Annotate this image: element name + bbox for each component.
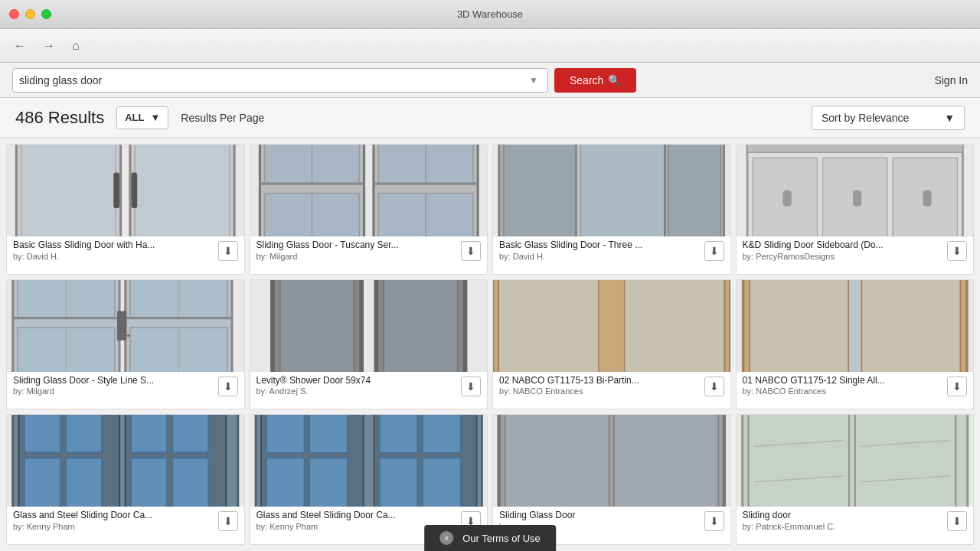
home-button[interactable]: ⌂	[67, 36, 84, 56]
svg-rect-21	[581, 145, 666, 236]
svg-rect-67	[66, 415, 101, 452]
download-button[interactable]: ⬇	[704, 241, 724, 261]
grid-item-title: 02 NABCO GT1175-13 Bi-Partin...	[499, 375, 683, 387]
download-button[interactable]: ⬇	[947, 511, 967, 531]
svg-rect-62	[848, 280, 861, 372]
grid-item[interactable]: 02 NABCO GT1175-13 Bi-Partin... by: NABC…	[492, 279, 731, 410]
grid-item-title: Levity® Shower Door 59x74	[256, 375, 440, 387]
sign-in-link[interactable]: Sign In	[934, 74, 968, 86]
grid-item-image	[7, 145, 244, 236]
search-input[interactable]	[19, 74, 526, 86]
svg-rect-1	[21, 145, 116, 236]
minimize-button[interactable]	[25, 9, 35, 19]
grid-item[interactable]: Basic Glass Sliding Door - Three ... by:…	[492, 144, 731, 275]
grid-item-text: Basic Glass Sliding Door with Ha... by: …	[13, 240, 218, 261]
grid-item-image	[493, 280, 730, 372]
search-button[interactable]: Search 🔍	[554, 68, 636, 93]
svg-rect-70	[131, 415, 166, 452]
svg-rect-68	[24, 458, 60, 507]
svg-rect-55	[498, 280, 606, 372]
svg-rect-81	[309, 415, 347, 452]
results-per-page-label: Results Per Page	[181, 112, 264, 124]
svg-rect-3	[135, 145, 230, 236]
grid-item-image	[493, 415, 730, 507]
download-button[interactable]: ⬇	[461, 377, 481, 396]
svg-rect-92	[505, 415, 609, 507]
svg-rect-5	[131, 173, 137, 208]
download-button[interactable]: ⬇	[947, 241, 967, 261]
grid-item[interactable]: Basic Glass Sliding Door with Ha... by: …	[6, 144, 245, 275]
sort-dropdown[interactable]: Sort by Relevance ▼	[812, 106, 965, 130]
grid-item-title: Glass and Steel Sliding Door Ca...	[256, 510, 440, 522]
forward-button[interactable]: →	[38, 36, 60, 56]
svg-rect-73	[173, 458, 208, 507]
grid-item-author: by: Milgard	[13, 386, 218, 396]
grid-item-author: by: Patrick-Emmanuel C.	[743, 522, 948, 531]
download-button[interactable]: ⬇	[704, 377, 724, 396]
maximize-button[interactable]	[41, 9, 51, 19]
grid-item-title: Sliding door	[743, 510, 926, 522]
svg-rect-29	[782, 191, 791, 207]
grid-item-image	[737, 415, 974, 507]
download-button[interactable]: ⬇	[218, 377, 238, 396]
search-bar: ▼ Search 🔍 Sign In	[0, 63, 980, 98]
grid-item[interactable]: → Sliding Glass Door - Style Line S... b…	[6, 279, 245, 410]
grid-item[interactable]: K&D Sliding Door Sideboard (Do... by: Pe…	[736, 144, 975, 275]
terms-close-button[interactable]: ×	[439, 531, 453, 545]
svg-rect-4	[113, 173, 119, 208]
search-dropdown-arrow[interactable]: ▼	[526, 75, 541, 86]
close-button[interactable]	[9, 9, 19, 19]
grid-item-text: Sliding door by: Patrick-Emmanuel C.	[743, 510, 948, 531]
forward-icon: →	[43, 39, 55, 53]
grid-item-info: K&D Sliding Door Sideboard (Do... by: Pe…	[737, 236, 974, 270]
grid-item[interactable]: Glass and Steel Sliding Door Ca... by: K…	[6, 414, 245, 545]
grid-item-author: by: Andrzej S.	[256, 386, 462, 396]
download-button[interactable]: ⬇	[461, 241, 481, 261]
download-button[interactable]: ⬇	[218, 241, 238, 261]
grid-item-info: Basic Glass Sliding Door with Ha... by: …	[7, 236, 244, 270]
grid-item-author: by: Milgard	[256, 252, 462, 261]
home-icon: ⌂	[72, 39, 80, 53]
grid-item-title: K&D Sliding Door Sideboard (Do...	[743, 240, 926, 252]
grid-item[interactable]: Sliding Glass Door - Tuscany Ser... by: …	[250, 144, 488, 275]
grid-item-author: by: NABCO Entrances	[743, 386, 948, 396]
svg-rect-25	[747, 145, 962, 153]
all-dropdown[interactable]: ALL ▼	[116, 106, 168, 129]
grid-item-info: Glass and Steel Sliding Door Ca... by: K…	[7, 507, 244, 540]
back-icon: ←	[14, 39, 26, 53]
grid-item-image	[250, 415, 488, 507]
grid-item-author: by: David H.	[499, 252, 704, 261]
grid-item-title: Basic Glass Sliding Door with Ha...	[13, 240, 197, 252]
svg-rect-66	[24, 415, 60, 452]
download-button[interactable]: ⬇	[704, 511, 724, 531]
title-bar: 3D Warehouse	[0, 0, 980, 29]
grid-item-title: Sliding Glass Door - Style Line S...	[13, 375, 197, 387]
results-header: 486 Results ALL ▼ Results Per Page Sort …	[0, 98, 980, 138]
window-controls	[9, 9, 51, 19]
grid-item-text: Sliding Glass Door - Style Line S... by:…	[13, 375, 218, 396]
grid-item-image	[737, 280, 974, 372]
grid-item-text: K&D Sliding Door Sideboard (Do... by: Pe…	[743, 240, 948, 261]
grid-item-info: 02 NABCO GT1175-13 Bi-Partin... by: NABC…	[493, 372, 730, 406]
all-dropdown-arrow: ▼	[150, 112, 160, 123]
grid-item[interactable]: 01 NABCO GT1175-12 Single All... by: NAB…	[736, 279, 975, 410]
grid-item-text: Levity® Shower Door 59x74 by: Andrzej S.	[256, 375, 462, 396]
results-count: 486 Results	[15, 108, 104, 128]
grid-item-info: Sliding Glass Door - Style Line S... by:…	[7, 372, 244, 406]
svg-rect-53	[384, 280, 458, 372]
grid-item-title: Glass and Steel Sliding Door Ca...	[13, 510, 197, 522]
grid-item[interactable]: Levity® Shower Door 59x74 by: Andrzej S.…	[250, 279, 488, 410]
grid-item-text: Basic Glass Sliding Door - Three ... by:…	[499, 240, 704, 261]
window-title: 3D Warehouse	[457, 8, 523, 20]
search-input-wrapper: ▼	[12, 68, 548, 93]
svg-rect-72	[131, 458, 166, 507]
download-button[interactable]: ⬇	[218, 511, 238, 531]
back-button[interactable]: ←	[9, 36, 31, 56]
svg-rect-82	[266, 458, 304, 507]
download-button[interactable]: ⬇	[947, 377, 967, 396]
grid-item[interactable]: Sliding door by: Patrick-Emmanuel C. ⬇	[736, 414, 975, 545]
sort-label: Sort by Relevance	[822, 112, 909, 124]
sort-dropdown-arrow: ▼	[944, 112, 955, 124]
search-button-label: Search	[570, 74, 603, 86]
svg-rect-87	[423, 458, 460, 507]
